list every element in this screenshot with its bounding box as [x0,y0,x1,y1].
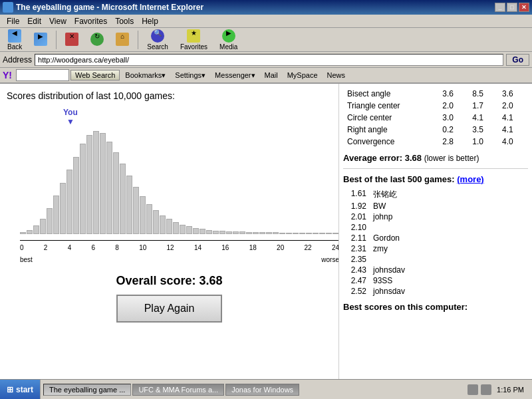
chart-bar [33,225,39,234]
chart-bar [173,222,179,234]
media-icon: ▶ [222,29,235,43]
yahoo-logo: Y! [3,70,12,80]
stats-row: Right angle0.23.54.1 [343,124,528,136]
media-button[interactable]: ▶ Media [215,27,242,53]
chart-bar [20,232,26,234]
chart-container: You ▼ 0 2 4 6 8 10 12 14 16 18 20 22 24 … [20,108,339,254]
menu-help[interactable]: Help [138,15,162,27]
chart-bar [106,142,112,235]
chart-bar [93,131,99,234]
window-title: The eyeballing game - Microsoft Internet… [16,3,495,12]
right-panel: Bisect angle3.68.53.6Triangle center2.01… [339,84,532,379]
chart-bar [126,176,132,234]
close-button[interactable]: ✕ [519,3,529,12]
chart-bar [326,233,332,234]
stop-button[interactable]: ✕ [61,31,83,49]
score-row: 2.52johnsdav [343,286,528,297]
score-row: 1.61张铭屹 [343,188,528,201]
address-input[interactable] [35,54,503,66]
messenger-button[interactable]: Messenger▾ [211,70,259,80]
chart-bar [219,231,225,234]
chart-bar [146,204,152,234]
taskbar-item[interactable]: UFC & MMA Forums a... [132,384,224,396]
favorites-icon: ★ [187,29,200,43]
chart-bar [286,233,292,234]
chart-bar [100,133,106,234]
chart-bar [113,152,119,234]
chart-bar [213,231,219,234]
start-button[interactable]: ⊞ start [0,380,41,400]
chart-bar [193,228,199,234]
separator2 [138,31,138,49]
stats-table: Bisect angle3.68.53.6Triangle center2.01… [343,88,528,148]
chart-bar [233,231,239,234]
clock: 1:16 PM [494,386,527,394]
best500-title: Best of the last 500 games: (more) [343,174,528,184]
x-axis [20,240,339,241]
menu-tools[interactable]: Tools [111,15,138,27]
title-bar: The eyeballing game - Microsoft Internet… [0,0,532,15]
home-button[interactable]: ⌂ [111,31,134,49]
menu-edit[interactable]: Edit [23,15,45,27]
chart-bar [332,233,338,234]
scores-title: Scores distribution of last 10,000 games… [7,90,332,101]
axis-worse: worse [321,256,339,263]
home-icon: ⌂ [116,33,129,46]
volume-icon [481,384,491,395]
score-row: 1.92BW [343,201,528,211]
bars-area [20,114,339,234]
chart-bar [66,170,72,234]
play-again-button[interactable]: Play Again [116,295,223,323]
chart-bar [313,233,319,234]
maximize-button[interactable]: □ [507,3,517,12]
news-button[interactable]: News [323,70,350,80]
chart-bar [226,231,232,234]
settings-button[interactable]: Settings▾ [171,70,209,80]
menu-file[interactable]: File [3,15,23,27]
network-icon [467,384,478,395]
search-button[interactable]: 🔍 Search [142,27,173,53]
chart-bar [319,233,325,234]
chart-bar [273,232,279,234]
yahoo-search-button[interactable]: Web Search [70,70,120,80]
menu-view[interactable]: View [45,15,70,27]
chart-bar [186,226,192,234]
chart-bar [47,208,53,234]
chart-bar [60,183,66,235]
taskbar-item[interactable]: The eyeballing game ... [43,384,131,396]
stats-row: Triangle center2.01.72.0 [343,100,528,112]
stats-row: Circle center3.04.14.1 [343,112,528,124]
taskbar: ⊞ start The eyeballing game ...UFC & MMA… [0,379,532,399]
refresh-button[interactable]: ↻ [86,31,108,49]
chart-bar [253,232,259,234]
back-icon: ◀ [8,29,21,43]
chart-bar [180,225,186,234]
forward-icon: ▶ [34,33,47,46]
taskbar-item[interactable]: Jonas for Windows [225,384,299,396]
avg-error: Average error: 3.68 (lower is better) [343,153,528,163]
yahoo-toolbar: Y! Web Search Bookmarks▾ Settings▾ Messe… [0,68,532,84]
menu-favorites[interactable]: Favorites [70,15,111,27]
chart-bar [306,233,312,234]
overall-score: Overall score: 3.68 [7,274,332,288]
yahoo-search-input[interactable] [16,69,69,81]
chart-bar [299,233,305,234]
axis-best: best [20,256,33,263]
chart-bar [120,164,126,234]
stop-icon: ✕ [65,33,78,46]
chart-bar [200,229,205,234]
mail-button[interactable]: Mail [261,70,282,80]
address-label: Address [3,55,32,65]
myspace-button[interactable]: MySpace [283,70,322,80]
bookmarks-button[interactable]: Bookmarks▾ [121,70,170,80]
chart-bar [133,187,139,234]
forward-button[interactable]: ▶ [29,31,52,49]
favorites-button[interactable]: ★ Favorites [176,27,212,53]
chart-bar [153,210,159,234]
back-button[interactable]: ◀ Back [3,27,27,53]
minimize-button[interactable]: _ [495,3,505,12]
more-link[interactable]: (more) [457,174,483,184]
go-button[interactable]: Go [506,54,529,66]
chart-bar [293,233,299,234]
search-icon: 🔍 [151,29,164,43]
